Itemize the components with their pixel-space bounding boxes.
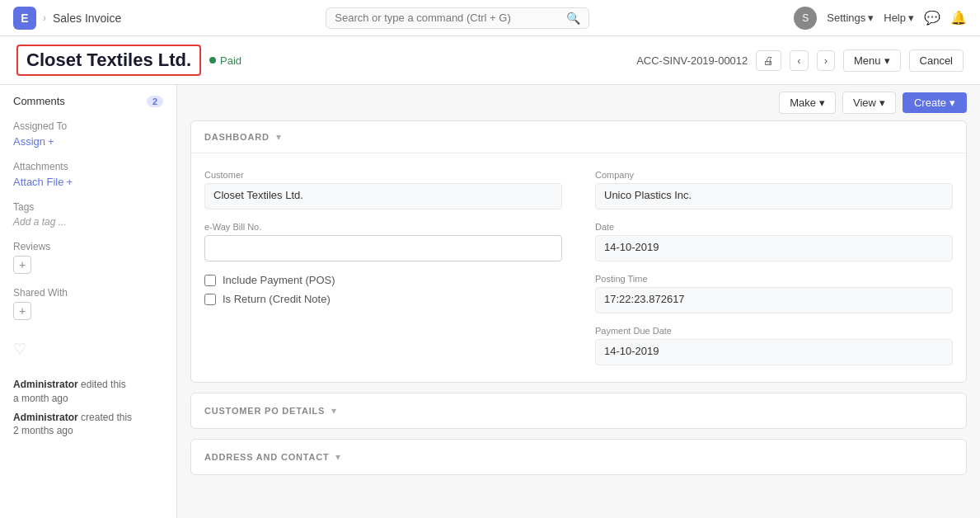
page-title-area: Closet Textiles Ltd. Paid (16, 45, 241, 76)
page-header: Closet Textiles Ltd. Paid ACC-SINV-2019-… (0, 36, 980, 85)
nav-page-title: Sales Invoice (53, 12, 121, 25)
view-button[interactable]: View ▾ (842, 92, 896, 114)
attach-file-button[interactable]: Attach File + (13, 176, 163, 188)
settings-button[interactable]: Settings ▾ (827, 12, 874, 24)
activity-user-1: Administrator (13, 379, 78, 390)
navbar-left: E › Sales Invoice (13, 7, 121, 30)
chat-icon[interactable]: 💬 (924, 10, 940, 26)
activity-item-1: Administrator edited this a month ago (13, 378, 163, 406)
customer-po-section[interactable]: CUSTOMER PO DETAILS ▾ (190, 393, 967, 429)
sidebar-assigned-section: Assigned To Assign + (13, 120, 163, 148)
navbar: E › Sales Invoice 🔍 S Settings ▾ Help ▾ … (0, 0, 980, 36)
search-input[interactable] (335, 12, 563, 24)
address-chevron-icon: ▾ (335, 451, 340, 463)
is-return-label: Is Return (Credit Note) (223, 293, 331, 305)
customer-po-title: CUSTOMER PO DETAILS (204, 406, 325, 416)
date-group: Date 14-10-2019 (595, 222, 953, 261)
nav-breadcrumb-chevron: › (43, 12, 46, 24)
status-badge: Paid (209, 54, 241, 67)
doc-id: ACC-SINV-2019-00012 (636, 54, 748, 67)
navbar-center: 🔍 (121, 7, 794, 29)
next-button[interactable]: › (817, 50, 835, 71)
dashboard-section: DASHBOARD ▾ Customer Closet Textiles Ltd… (190, 120, 967, 383)
make-button[interactable]: Make ▾ (779, 92, 836, 114)
sidebar: Comments 2 Assigned To Assign + Attachme… (0, 85, 177, 518)
comments-badge: 2 (147, 96, 163, 107)
date-value: 14-10-2019 (595, 235, 953, 261)
posting-time-value: 17:22:23.872617 (595, 287, 953, 313)
shared-with-title: Shared With (13, 287, 163, 299)
menu-button[interactable]: Menu ▾ (843, 49, 901, 72)
sidebar-shared-section: Shared With + (13, 287, 163, 320)
settings-avatar: S (794, 7, 817, 30)
include-payment-label: Include Payment (POS) (223, 274, 335, 286)
main-layout: Comments 2 Assigned To Assign + Attachme… (0, 85, 980, 518)
payment-due-value: 14-10-2019 (595, 339, 953, 365)
customer-po-chevron-icon: ▾ (331, 405, 336, 417)
dashboard-section-title: DASHBOARD (204, 132, 270, 142)
payment-due-label: Payment Due Date (595, 326, 953, 336)
sidebar-comments-section: Comments 2 (13, 95, 163, 107)
include-payment-checkbox[interactable] (204, 275, 216, 286)
navbar-right: S Settings ▾ Help ▾ 💬 🔔 (794, 7, 967, 30)
company-label: Company (595, 170, 953, 180)
date-label: Date (595, 222, 953, 232)
add-tag-label[interactable]: Add a tag ... (13, 216, 163, 228)
heart-icon[interactable]: ♡ (13, 340, 163, 358)
status-dot (209, 57, 216, 64)
activity-action-2: created this (81, 412, 132, 423)
content-area: Make ▾ View ▾ Create ▾ DASHBOARD ▾ (177, 85, 980, 518)
search-icon: 🔍 (566, 12, 580, 25)
activity-action-1: edited this (81, 379, 126, 390)
dashboard-left-col: Customer Closet Textiles Ltd. e-Way Bill… (204, 170, 562, 365)
tags-title: Tags (13, 201, 163, 213)
customer-group: Customer Closet Textiles Ltd. (204, 170, 562, 210)
print-button[interactable]: 🖨 (756, 50, 781, 71)
page-header-right: ACC-SINV-2019-00012 🖨 ‹ › Menu ▾ Cancel (636, 49, 964, 72)
prev-button[interactable]: ‹ (790, 50, 808, 71)
comments-label: Comments (13, 95, 65, 107)
search-bar[interactable]: 🔍 (326, 7, 589, 29)
eway-input[interactable] (204, 235, 562, 261)
reviews-title: Reviews (13, 241, 163, 252)
eway-group: e-Way Bill No. (204, 222, 562, 261)
dashboard-right-col: Company Unico Plastics Inc. Date 14-10-2… (595, 170, 953, 365)
address-section[interactable]: ADDRESS AND CONTACT ▾ (190, 439, 967, 475)
is-return-row: Is Return (Credit Note) (204, 293, 562, 305)
activity-time-2: 2 months ago (13, 425, 73, 436)
company-group: Company Unico Plastics Inc. (595, 170, 953, 210)
top-actions-bar: Make ▾ View ▾ Create ▾ (177, 85, 980, 120)
attachments-title: Attachments (13, 161, 163, 172)
cancel-button[interactable]: Cancel (909, 49, 964, 72)
activity-user-2: Administrator (13, 412, 78, 423)
assigned-to-title: Assigned To (13, 120, 163, 132)
add-review-button[interactable]: + (13, 256, 31, 274)
status-label: Paid (220, 54, 241, 67)
is-return-checkbox[interactable] (204, 294, 216, 305)
assign-button[interactable]: Assign + (13, 135, 163, 148)
dashboard-form: Customer Closet Textiles Ltd. e-Way Bill… (204, 170, 953, 365)
include-payment-row: Include Payment (POS) (204, 274, 562, 286)
sidebar-tags-section: Tags Add a tag ... (13, 201, 163, 228)
dashboard-chevron-icon: ▾ (276, 131, 281, 143)
activity-item-2: Administrator created this 2 months ago (13, 411, 163, 439)
dashboard-section-body: Customer Closet Textiles Ltd. e-Way Bill… (191, 153, 966, 382)
company-value: Unico Plastics Inc. (595, 183, 953, 210)
eway-label: e-Way Bill No. (204, 222, 562, 232)
sidebar-reviews-section: Reviews + (13, 241, 163, 274)
sidebar-attachments-section: Attachments Attach File + (13, 161, 163, 188)
posting-time-group: Posting Time 17:22:23.872617 (595, 274, 953, 313)
activity-time-1: a month ago (13, 393, 68, 404)
doc-title: Closet Textiles Ltd. (16, 45, 201, 76)
create-button[interactable]: Create ▾ (903, 92, 967, 113)
app-icon[interactable]: E (13, 7, 36, 30)
payment-due-group: Payment Due Date 14-10-2019 (595, 326, 953, 365)
customer-label: Customer (204, 170, 562, 180)
help-button[interactable]: Help ▾ (884, 12, 914, 24)
activity-log: Administrator edited this a month ago Ad… (13, 378, 163, 443)
dashboard-section-header[interactable]: DASHBOARD ▾ (191, 121, 966, 153)
notification-icon[interactable]: 🔔 (950, 10, 967, 26)
add-shared-button[interactable]: + (13, 302, 31, 320)
address-title: ADDRESS AND CONTACT (204, 452, 329, 462)
posting-time-label: Posting Time (595, 274, 953, 284)
